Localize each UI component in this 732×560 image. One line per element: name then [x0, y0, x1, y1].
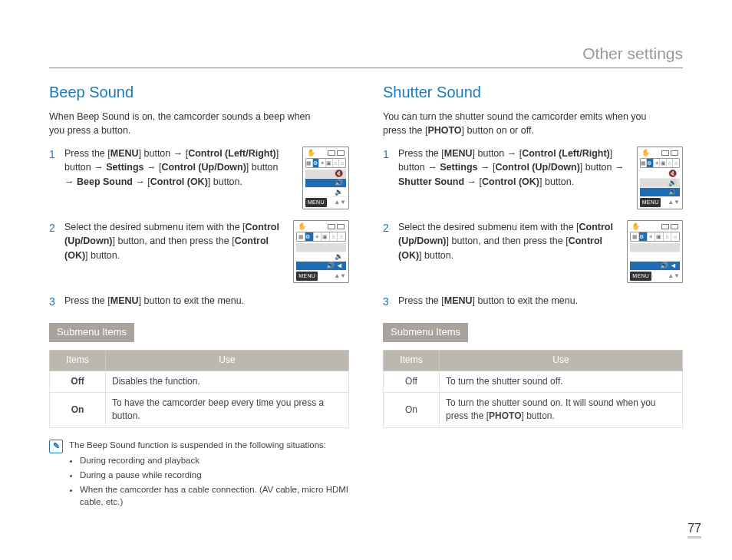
lcd-tab: ⌂	[330, 232, 338, 241]
lcd-menu-tag: MENU	[305, 198, 327, 207]
page-number: 77	[687, 519, 701, 537]
beep-heading: Beep Sound	[49, 81, 349, 104]
lcd-tab: ☀	[654, 159, 661, 167]
lcd-tab: ▣	[326, 159, 333, 167]
lcd-tab: ☀	[319, 159, 326, 167]
lcd-menu-tag: MENU	[630, 272, 651, 281]
page-title: Other settings	[582, 42, 683, 65]
speaker-icon: 🔊 ◄	[326, 261, 343, 271]
th-use: Use	[106, 351, 349, 371]
manual-page: Other settings Beep Sound When Beep Soun…	[0, 0, 732, 560]
lcd-tab: ☀	[314, 232, 322, 241]
speaker-icon: 🔉	[668, 187, 677, 197]
th-items: Items	[50, 351, 106, 371]
lcd-tab-selected: ◄ ⚙ ►	[639, 232, 648, 241]
header-rule	[49, 68, 683, 68]
hand-icon: ✋	[641, 148, 650, 158]
lcd-arrows: ▲▼	[668, 272, 680, 281]
lcd-tab: ☀	[648, 232, 656, 241]
lcd-tab-selected: ◄ ⚙ ►	[313, 159, 320, 167]
shutter-lcd-1: ✋ ▦ ◄ ⚙ ► ☀ ▣ ⌂ ⌂ 🔇 🔊 🔉 MENU▲▼	[637, 147, 683, 209]
check-icon	[653, 262, 660, 271]
hand-icon: ✋	[307, 148, 315, 158]
hand-icon: ✋	[298, 222, 306, 232]
speaker-icon: 🔊 ◄	[660, 261, 677, 271]
lcd-row-selected: 🔉	[640, 188, 680, 197]
note-item: During recording and playback	[80, 454, 349, 467]
beep-lcd-2: ✋ ▦ ◄ ⚙ ► ☀ ▣ ⌂ ⌂ 🔉 🔊 ◄ MENU▲▼	[293, 220, 349, 283]
shutter-submenu-table: Items Use Off To turn the shutter sound …	[383, 350, 683, 428]
lcd-arrows: ▲▼	[334, 198, 346, 207]
lcd-row	[630, 243, 680, 252]
beep-step-1: 1 Press the [MENU] button → [Control (Le…	[49, 147, 290, 188]
lcd-row: 🔉	[305, 188, 346, 197]
shutter-step-1: 1 Press the [MENU] button → [Control (Le…	[383, 147, 625, 188]
col-beep-sound: Beep Sound When Beep Sound is on, the ca…	[49, 81, 349, 510]
table-row: Off To turn the shutter sound off.	[384, 371, 683, 392]
note-item: During a pause while recording	[80, 469, 349, 482]
th-items: Items	[384, 351, 440, 371]
lcd-arrows: ▲▼	[668, 198, 680, 207]
lcd-tab: ⌂	[667, 159, 674, 167]
col-shutter-sound: Shutter Sound You can turn the shutter s…	[383, 81, 683, 510]
shutter-lcd-2: ✋ ▦ ◄ ⚙ ► ☀ ▣ ⌂ ⌂ 🔊 ◄ MENU▲▼	[627, 220, 683, 283]
beep-lcd-1: ✋ ▦ ◄ ⚙ ► ☀ ▣ ⌂ ⌂ 🔇 🔊 🔉 MENU▲▼	[302, 147, 349, 209]
battery-icon	[661, 224, 678, 229]
lcd-tab: ▦	[306, 159, 313, 167]
speaker-icon: 🔉	[335, 187, 343, 197]
note-icon: ✎	[49, 440, 63, 453]
hand-icon: ✋	[631, 222, 640, 232]
lcd-tab: ⌂	[664, 232, 672, 241]
lcd-tab-selected: ◄ ⚙ ►	[305, 232, 314, 241]
note-item: When the camcorder has a cable connectio…	[80, 483, 349, 509]
shutter-step-2: 2 Select the desired submenu item with t…	[383, 220, 615, 262]
lcd-arrows: ▲▼	[334, 272, 346, 281]
th-use: Use	[440, 351, 683, 371]
table-row: On To turn the shutter sound on. It will…	[384, 393, 683, 428]
lcd-tab: ▣	[321, 232, 330, 241]
beep-step-1-block: 1 Press the [MENU] button → [Control (Le…	[49, 147, 349, 209]
lcd-tab: ⌂	[333, 159, 340, 167]
lcd-row-selected: 🔊 ◄	[630, 262, 680, 271]
page-header: Other settings	[49, 42, 683, 65]
check-icon	[319, 262, 326, 271]
lcd-tab: ▦	[631, 232, 639, 241]
beep-note: ✎ The Beep Sound function is suspended i…	[49, 439, 349, 510]
lcd-tab: ⌂	[338, 232, 345, 241]
lcd-tab: ⌂	[671, 232, 679, 241]
table-row: Off Disables the function.	[50, 371, 349, 392]
battery-icon	[661, 150, 678, 156]
battery-icon	[328, 224, 345, 229]
beep-step-3: 3 Press the [MENU] button to exit the me…	[49, 294, 349, 308]
lcd-tab-selected: ◄ ⚙ ►	[647, 159, 654, 167]
shutter-heading: Shutter Sound	[383, 81, 683, 104]
lcd-menu-tag: MENU	[640, 198, 661, 207]
lcd-tab: ▦	[641, 159, 648, 167]
lcd-menu-tag: MENU	[296, 272, 318, 281]
lcd-row-selected: 🔊 ◄	[296, 262, 346, 271]
shutter-lead: You can turn the shutter sound the camco…	[383, 110, 659, 137]
two-column-layout: Beep Sound When Beep Sound is on, the ca…	[49, 81, 683, 510]
note-head: The Beep Sound function is suspended in …	[69, 439, 349, 452]
lcd-tab: ⌂	[339, 159, 345, 167]
beep-lead: When Beep Sound is on, the camcorder sou…	[49, 110, 325, 137]
table-row: On To have the camcorder beep every time…	[50, 393, 349, 428]
shutter-submenu-band: Submenu Items	[383, 323, 468, 342]
lcd-tab: ▣	[655, 232, 664, 241]
beep-submenu-band: Submenu Items	[49, 323, 134, 342]
lcd-tab: ▦	[297, 232, 305, 241]
beep-submenu-table: Items Use Off Disables the function. On …	[49, 350, 349, 428]
shutter-step-3: 3 Press the [MENU] button to exit the me…	[383, 294, 683, 308]
battery-icon	[328, 150, 345, 156]
beep-step-2: 2 Select the desired submenu item with t…	[49, 220, 281, 262]
beep-step-2-block: 2 Select the desired submenu item with t…	[49, 220, 349, 283]
shutter-step-2-block: 2 Select the desired submenu item with t…	[383, 220, 683, 283]
shutter-step-1-block: 1 Press the [MENU] button → [Control (Le…	[383, 147, 683, 209]
lcd-tab: ⌂	[673, 159, 679, 167]
lcd-tab: ▣	[660, 159, 667, 167]
